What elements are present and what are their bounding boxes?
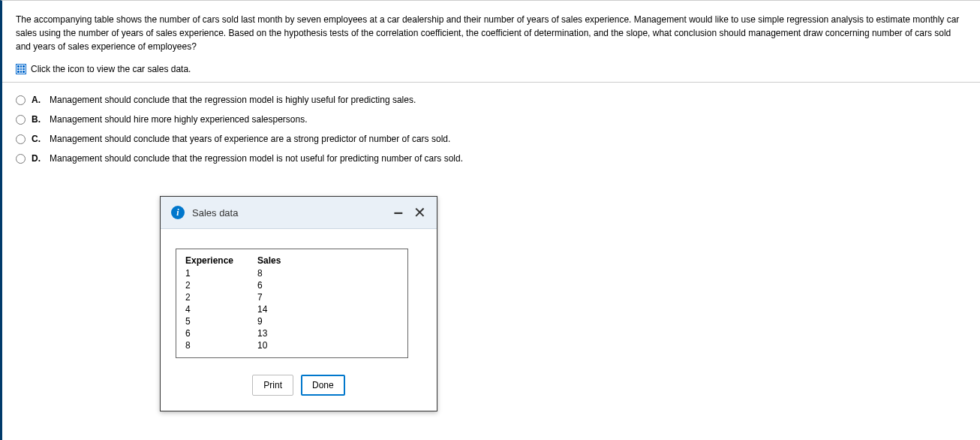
- table-cell: 13: [256, 327, 303, 339]
- table-cell: 10: [256, 339, 303, 351]
- choice-radio[interactable]: [16, 95, 26, 105]
- print-button[interactable]: Print: [252, 375, 293, 396]
- table-cell: 6: [256, 279, 303, 291]
- table-cell: 7: [256, 291, 303, 303]
- table-row: 810: [184, 339, 303, 351]
- choice-row: D.Management should conclude that the re…: [16, 152, 966, 165]
- minimize-icon[interactable]: –: [394, 210, 403, 215]
- modal-footer: Print Done: [161, 366, 437, 411]
- view-data-text: Click the icon to view the car sales dat…: [31, 64, 191, 74]
- choice-row: A.Management should conclude that the re…: [16, 93, 966, 107]
- table-row: 414: [184, 303, 303, 315]
- choice-letter: B.: [32, 113, 44, 126]
- question-prompt: The accompanying table shows the number …: [16, 13, 966, 53]
- table-body: 18262741459613810: [184, 267, 303, 351]
- table-cell: 8: [256, 267, 303, 279]
- table-cell: 1: [184, 267, 256, 279]
- modal-body: ExperienceSales 18262741459613810: [161, 229, 437, 366]
- choices-list: A.Management should conclude that the re…: [2, 83, 980, 182]
- data-box: ExperienceSales 18262741459613810: [176, 249, 408, 358]
- table-row: 18: [184, 267, 303, 279]
- choice-row: B.Management should hire more highly exp…: [16, 113, 966, 126]
- table-icon: [16, 64, 26, 74]
- table-row: 613: [184, 327, 303, 339]
- close-icon[interactable]: ✕: [413, 206, 426, 218]
- table-cell: 2: [184, 291, 256, 303]
- view-data-link[interactable]: Click the icon to view the car sales dat…: [16, 64, 966, 74]
- choice-letter: A.: [32, 93, 44, 107]
- modal-header: i Sales data – ✕: [161, 197, 437, 229]
- choice-letter: C.: [32, 132, 44, 146]
- table-cell: 2: [184, 279, 256, 291]
- choice-text: Management should conclude that the regr…: [50, 152, 463, 165]
- table-row: 26: [184, 279, 303, 291]
- table-cell: 6: [184, 327, 256, 339]
- choice-radio[interactable]: [16, 154, 26, 164]
- sales-data-modal: i Sales data – ✕ ExperienceSales 1826274…: [160, 196, 437, 411]
- modal-title: Sales data: [192, 207, 238, 218]
- info-icon: i: [171, 206, 185, 219]
- choice-text: Management should conclude that the regr…: [50, 93, 416, 107]
- choice-radio[interactable]: [16, 134, 26, 144]
- choice-text: Management should conclude that years of…: [50, 132, 450, 146]
- table-cell: 5: [184, 315, 256, 327]
- table-cell: 4: [184, 303, 256, 315]
- done-button[interactable]: Done: [301, 375, 345, 396]
- question-area: The accompanying table shows the number …: [2, 1, 980, 83]
- sales-data-table: ExperienceSales 18262741459613810: [184, 255, 303, 351]
- choice-text: Management should hire more highly exper…: [50, 113, 308, 126]
- table-header-row: ExperienceSales: [184, 255, 303, 267]
- table-cell: 14: [256, 303, 303, 315]
- choice-letter: D.: [32, 152, 44, 165]
- table-cell: 9: [256, 315, 303, 327]
- table-cell: 8: [184, 339, 256, 351]
- table-row: 59: [184, 315, 303, 327]
- table-header-cell: Experience: [184, 255, 256, 267]
- choice-radio[interactable]: [16, 115, 26, 125]
- table-row: 27: [184, 291, 303, 303]
- table-header-cell: Sales: [256, 255, 303, 267]
- choice-row: C.Management should conclude that years …: [16, 132, 966, 146]
